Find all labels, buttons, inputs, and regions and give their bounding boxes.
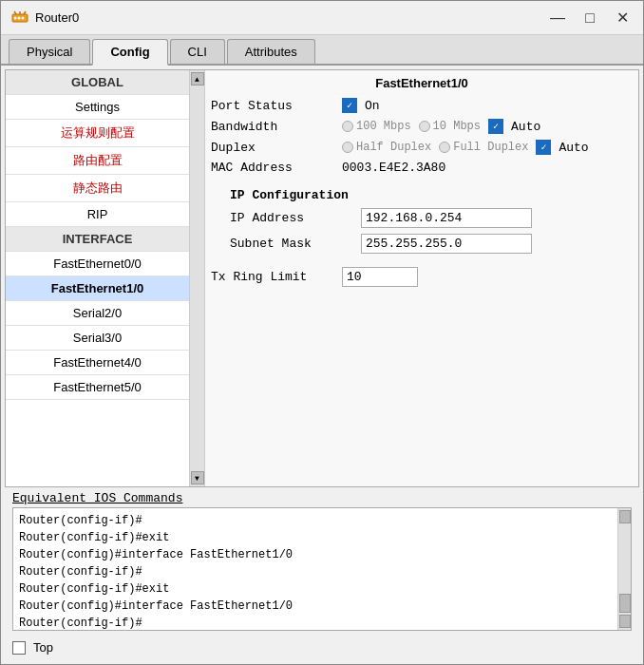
mac-address-label: MAC Address — [211, 161, 334, 175]
mac-address-row: MAC Address 0003.E4E2.3A80 — [211, 161, 633, 175]
sidebar-item-fe10[interactable]: FastEthernet1/0 — [6, 276, 189, 301]
tab-bar: Physical Config CLI Attributes — [1, 35, 643, 66]
bandwidth-auto-label: Auto — [511, 120, 540, 134]
right-panel: FastEthernet1/0 Port Status ✓ On Bandwid… — [205, 70, 638, 486]
router-window: Router0 — □ ✕ Physical Config CLI Attrib… — [0, 0, 644, 665]
tx-ring-limit-input[interactable] — [342, 267, 418, 287]
cli-line-1: Router(config-if)# — [19, 512, 625, 529]
cli-line-2: Router(config-if)#exit — [19, 529, 625, 546]
port-status-checkbox[interactable]: ✓ — [342, 98, 357, 113]
duplex-full-label: Full Duplex — [453, 141, 528, 154]
port-status-value: On — [365, 99, 380, 113]
footer: Top — [5, 635, 639, 660]
duplex-full[interactable]: Full Duplex — [439, 141, 528, 154]
ip-address-input[interactable] — [361, 208, 532, 228]
cli-scroll-thumb[interactable] — [619, 594, 631, 613]
scroll-up-arrow[interactable]: ▲ — [191, 72, 204, 86]
radio-100mbps-circle — [342, 121, 353, 132]
ip-address-label: IP Address — [211, 211, 353, 225]
title-bar: Router0 — □ ✕ — [1, 1, 643, 35]
bandwidth-10mbps[interactable]: 10 Mbps — [419, 120, 481, 133]
bandwidth-label: Bandwidth — [211, 120, 334, 134]
top-label: Top — [33, 640, 53, 655]
title-bar-controls: — □ ✕ — [546, 7, 634, 29]
cli-scrollbar[interactable] — [617, 508, 631, 630]
tx-ring-limit-label: Tx Ring Limit — [211, 270, 334, 284]
tx-ring-limit-row: Tx Ring Limit — [211, 267, 633, 287]
close-button[interactable]: ✕ — [611, 7, 634, 29]
sidebar-item-global[interactable]: GLOBAL — [6, 70, 189, 95]
svg-point-3 — [22, 16, 25, 19]
minimize-button[interactable]: — — [546, 7, 569, 29]
mac-address-value: 0003.E4E2.3A80 — [342, 161, 445, 175]
port-status-row: Port Status ✓ On — [211, 98, 633, 113]
svg-point-1 — [14, 16, 17, 19]
duplex-auto-label: Auto — [559, 141, 588, 155]
sidebar-item-rip[interactable]: RIP — [6, 202, 189, 227]
content-area: GLOBAL Settings 运算规则配置 路由配置 静态路由 RIP INT… — [1, 66, 643, 664]
cli-line-6: Router(config)#interface FastEthernet1/0 — [19, 598, 625, 615]
duplex-label: Duplex — [211, 141, 334, 155]
sidebar-item-rules[interactable]: 运算规则配置 — [6, 120, 189, 147]
panel-title: FastEthernet1/0 — [211, 76, 633, 90]
sidebar-container: GLOBAL Settings 运算规则配置 路由配置 静态路由 RIP INT… — [6, 70, 205, 486]
subnet-mask-input[interactable] — [361, 234, 532, 254]
sidebar-item-settings[interactable]: Settings — [6, 95, 189, 120]
radio-half-circle — [342, 142, 353, 153]
bottom-section: Equivalent IOS Commands Router(config-if… — [5, 487, 639, 635]
bandwidth-row: Bandwidth 100 Mbps 10 Mbps ✓ Auto — [211, 119, 633, 134]
sidebar-item-interface[interactable]: INTERFACE — [6, 227, 189, 252]
cli-scroll-top-btn[interactable] — [619, 510, 631, 523]
ip-config-section-label: IP Configuration — [230, 188, 633, 202]
radio-full-circle — [439, 142, 450, 153]
bandwidth-radio-group: 100 Mbps 10 Mbps ✓ Auto — [342, 119, 540, 134]
title-bar-left: Router0 — [10, 9, 79, 28]
sidebar-item-routing[interactable]: 路由配置 — [6, 147, 189, 175]
svg-point-2 — [18, 16, 21, 19]
cli-line-7: Router(config-if)# — [19, 615, 625, 631]
sidebar-item-fe40[interactable]: FastEthernet4/0 — [6, 351, 189, 375]
top-panels: GLOBAL Settings 运算规则配置 路由配置 静态路由 RIP INT… — [5, 69, 639, 487]
cli-line-3: Router(config)#interface FastEthernet1/0 — [19, 546, 625, 563]
scroll-down-arrow[interactable]: ▼ — [191, 471, 204, 484]
duplex-auto-checkbox[interactable]: ✓ — [536, 140, 551, 155]
port-status-label: Port Status — [211, 99, 334, 113]
bandwidth-100mbps-label: 100 Mbps — [356, 120, 411, 133]
duplex-row: Duplex Half Duplex Full Duplex ✓ Auto — [211, 140, 633, 155]
router-icon — [10, 9, 29, 28]
cli-line-4: Router(config-if)# — [19, 563, 625, 580]
subnet-mask-label: Subnet Mask — [211, 237, 353, 251]
bandwidth-auto-checkbox[interactable]: ✓ — [488, 119, 503, 134]
duplex-half-label: Half Duplex — [356, 141, 431, 154]
cli-box[interactable]: Router(config-if)# Router(config-if)#exi… — [12, 507, 632, 631]
bandwidth-10mbps-label: 10 Mbps — [433, 120, 481, 133]
tab-physical[interactable]: Physical — [9, 39, 90, 64]
sidebar-scroll[interactable]: GLOBAL Settings 运算规则配置 路由配置 静态路由 RIP INT… — [6, 70, 189, 486]
tab-attributes[interactable]: Attributes — [227, 39, 315, 64]
sidebar-item-fe50[interactable]: FastEthernet5/0 — [6, 375, 189, 400]
sidebar-item-serial20[interactable]: Serial2/0 — [6, 301, 189, 326]
radio-10mbps-circle — [419, 121, 430, 132]
subnet-mask-row: Subnet Mask — [211, 234, 633, 254]
maximize-button[interactable]: □ — [578, 7, 601, 29]
tab-config[interactable]: Config — [92, 39, 167, 66]
cli-line-5: Router(config-if)#exit — [19, 580, 625, 598]
sidebar-item-fe00[interactable]: FastEthernet0/0 — [6, 252, 189, 276]
duplex-radio-group: Half Duplex Full Duplex ✓ Auto — [342, 140, 589, 155]
sidebar-item-static-route[interactable]: 静态路由 — [6, 175, 189, 202]
cli-scroll-bottom-btn[interactable] — [619, 615, 631, 628]
ip-address-row: IP Address — [211, 208, 633, 228]
sidebar-scrollbar[interactable]: ▲ ▼ — [189, 70, 204, 486]
sidebar-item-serial30[interactable]: Serial3/0 — [6, 326, 189, 351]
tab-cli[interactable]: CLI — [170, 39, 225, 64]
top-checkbox[interactable] — [12, 641, 26, 655]
bandwidth-100mbps[interactable]: 100 Mbps — [342, 120, 411, 133]
window-title: Router0 — [35, 10, 79, 25]
duplex-half[interactable]: Half Duplex — [342, 141, 431, 154]
equivalent-ios-label: Equivalent IOS Commands — [12, 491, 632, 505]
